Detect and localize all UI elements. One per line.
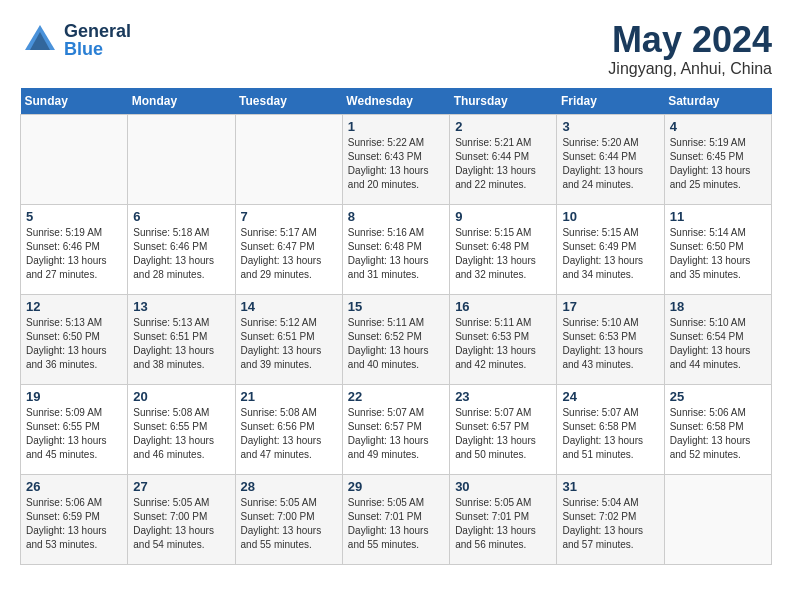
calendar-cell	[235, 114, 342, 204]
day-info: Sunrise: 5:07 AM Sunset: 6:57 PM Dayligh…	[455, 406, 551, 462]
day-info: Sunrise: 5:05 AM Sunset: 7:01 PM Dayligh…	[348, 496, 444, 552]
calendar-cell: 6Sunrise: 5:18 AM Sunset: 6:46 PM Daylig…	[128, 204, 235, 294]
calendar-cell: 1Sunrise: 5:22 AM Sunset: 6:43 PM Daylig…	[342, 114, 449, 204]
weekday-header-row: SundayMondayTuesdayWednesdayThursdayFrid…	[21, 88, 772, 115]
location: Jingyang, Anhui, China	[608, 60, 772, 78]
calendar-week-4: 19Sunrise: 5:09 AM Sunset: 6:55 PM Dayli…	[21, 384, 772, 474]
calendar-cell: 31Sunrise: 5:04 AM Sunset: 7:02 PM Dayli…	[557, 474, 664, 564]
calendar-header: SundayMondayTuesdayWednesdayThursdayFrid…	[21, 88, 772, 115]
calendar-cell: 11Sunrise: 5:14 AM Sunset: 6:50 PM Dayli…	[664, 204, 771, 294]
calendar-cell: 30Sunrise: 5:05 AM Sunset: 7:01 PM Dayli…	[450, 474, 557, 564]
calendar-cell: 12Sunrise: 5:13 AM Sunset: 6:50 PM Dayli…	[21, 294, 128, 384]
day-number: 4	[670, 119, 766, 134]
calendar-cell	[128, 114, 235, 204]
calendar-cell: 26Sunrise: 5:06 AM Sunset: 6:59 PM Dayli…	[21, 474, 128, 564]
calendar-cell: 28Sunrise: 5:05 AM Sunset: 7:00 PM Dayli…	[235, 474, 342, 564]
calendar-cell: 19Sunrise: 5:09 AM Sunset: 6:55 PM Dayli…	[21, 384, 128, 474]
logo-general: General	[64, 22, 131, 40]
page-header: General Blue May 2024 Jingyang, Anhui, C…	[20, 20, 772, 78]
day-info: Sunrise: 5:12 AM Sunset: 6:51 PM Dayligh…	[241, 316, 337, 372]
day-info: Sunrise: 5:07 AM Sunset: 6:57 PM Dayligh…	[348, 406, 444, 462]
day-info: Sunrise: 5:17 AM Sunset: 6:47 PM Dayligh…	[241, 226, 337, 282]
day-info: Sunrise: 5:11 AM Sunset: 6:52 PM Dayligh…	[348, 316, 444, 372]
calendar-week-5: 26Sunrise: 5:06 AM Sunset: 6:59 PM Dayli…	[21, 474, 772, 564]
day-number: 23	[455, 389, 551, 404]
day-number: 6	[133, 209, 229, 224]
day-number: 17	[562, 299, 658, 314]
calendar-cell: 14Sunrise: 5:12 AM Sunset: 6:51 PM Dayli…	[235, 294, 342, 384]
calendar-cell: 17Sunrise: 5:10 AM Sunset: 6:53 PM Dayli…	[557, 294, 664, 384]
day-info: Sunrise: 5:10 AM Sunset: 6:53 PM Dayligh…	[562, 316, 658, 372]
day-number: 27	[133, 479, 229, 494]
day-info: Sunrise: 5:04 AM Sunset: 7:02 PM Dayligh…	[562, 496, 658, 552]
calendar-week-1: 1Sunrise: 5:22 AM Sunset: 6:43 PM Daylig…	[21, 114, 772, 204]
day-number: 15	[348, 299, 444, 314]
calendar-cell: 2Sunrise: 5:21 AM Sunset: 6:44 PM Daylig…	[450, 114, 557, 204]
calendar-cell: 24Sunrise: 5:07 AM Sunset: 6:58 PM Dayli…	[557, 384, 664, 474]
calendar-week-2: 5Sunrise: 5:19 AM Sunset: 6:46 PM Daylig…	[21, 204, 772, 294]
weekday-monday: Monday	[128, 88, 235, 115]
day-info: Sunrise: 5:16 AM Sunset: 6:48 PM Dayligh…	[348, 226, 444, 282]
day-info: Sunrise: 5:18 AM Sunset: 6:46 PM Dayligh…	[133, 226, 229, 282]
day-number: 18	[670, 299, 766, 314]
calendar-cell: 16Sunrise: 5:11 AM Sunset: 6:53 PM Dayli…	[450, 294, 557, 384]
day-number: 25	[670, 389, 766, 404]
calendar-cell: 23Sunrise: 5:07 AM Sunset: 6:57 PM Dayli…	[450, 384, 557, 474]
day-number: 1	[348, 119, 444, 134]
calendar-cell	[664, 474, 771, 564]
day-number: 3	[562, 119, 658, 134]
calendar-week-3: 12Sunrise: 5:13 AM Sunset: 6:50 PM Dayli…	[21, 294, 772, 384]
logo-blue: Blue	[64, 40, 131, 58]
calendar-table: SundayMondayTuesdayWednesdayThursdayFrid…	[20, 88, 772, 565]
calendar-cell: 8Sunrise: 5:16 AM Sunset: 6:48 PM Daylig…	[342, 204, 449, 294]
day-info: Sunrise: 5:05 AM Sunset: 7:00 PM Dayligh…	[241, 496, 337, 552]
weekday-sunday: Sunday	[21, 88, 128, 115]
calendar-cell: 13Sunrise: 5:13 AM Sunset: 6:51 PM Dayli…	[128, 294, 235, 384]
day-number: 10	[562, 209, 658, 224]
day-info: Sunrise: 5:20 AM Sunset: 6:44 PM Dayligh…	[562, 136, 658, 192]
calendar-cell: 25Sunrise: 5:06 AM Sunset: 6:58 PM Dayli…	[664, 384, 771, 474]
day-info: Sunrise: 5:22 AM Sunset: 6:43 PM Dayligh…	[348, 136, 444, 192]
day-number: 29	[348, 479, 444, 494]
day-info: Sunrise: 5:08 AM Sunset: 6:55 PM Dayligh…	[133, 406, 229, 462]
weekday-friday: Friday	[557, 88, 664, 115]
weekday-saturday: Saturday	[664, 88, 771, 115]
calendar-cell: 5Sunrise: 5:19 AM Sunset: 6:46 PM Daylig…	[21, 204, 128, 294]
title-block: May 2024 Jingyang, Anhui, China	[608, 20, 772, 78]
logo-text: General Blue	[64, 22, 131, 58]
calendar-cell: 3Sunrise: 5:20 AM Sunset: 6:44 PM Daylig…	[557, 114, 664, 204]
day-info: Sunrise: 5:19 AM Sunset: 6:45 PM Dayligh…	[670, 136, 766, 192]
calendar-cell: 21Sunrise: 5:08 AM Sunset: 6:56 PM Dayli…	[235, 384, 342, 474]
day-info: Sunrise: 5:14 AM Sunset: 6:50 PM Dayligh…	[670, 226, 766, 282]
day-number: 9	[455, 209, 551, 224]
day-info: Sunrise: 5:07 AM Sunset: 6:58 PM Dayligh…	[562, 406, 658, 462]
day-number: 5	[26, 209, 122, 224]
calendar-cell: 22Sunrise: 5:07 AM Sunset: 6:57 PM Dayli…	[342, 384, 449, 474]
day-number: 11	[670, 209, 766, 224]
calendar-cell: 10Sunrise: 5:15 AM Sunset: 6:49 PM Dayli…	[557, 204, 664, 294]
logo: General Blue	[20, 20, 131, 60]
day-number: 19	[26, 389, 122, 404]
day-number: 7	[241, 209, 337, 224]
day-info: Sunrise: 5:06 AM Sunset: 6:59 PM Dayligh…	[26, 496, 122, 552]
day-number: 21	[241, 389, 337, 404]
day-info: Sunrise: 5:10 AM Sunset: 6:54 PM Dayligh…	[670, 316, 766, 372]
day-number: 14	[241, 299, 337, 314]
day-number: 2	[455, 119, 551, 134]
calendar-cell: 15Sunrise: 5:11 AM Sunset: 6:52 PM Dayli…	[342, 294, 449, 384]
calendar-cell	[21, 114, 128, 204]
day-info: Sunrise: 5:05 AM Sunset: 7:01 PM Dayligh…	[455, 496, 551, 552]
day-number: 26	[26, 479, 122, 494]
day-info: Sunrise: 5:08 AM Sunset: 6:56 PM Dayligh…	[241, 406, 337, 462]
day-number: 28	[241, 479, 337, 494]
day-info: Sunrise: 5:13 AM Sunset: 6:51 PM Dayligh…	[133, 316, 229, 372]
weekday-wednesday: Wednesday	[342, 88, 449, 115]
logo-icon	[20, 20, 60, 60]
day-info: Sunrise: 5:19 AM Sunset: 6:46 PM Dayligh…	[26, 226, 122, 282]
day-number: 22	[348, 389, 444, 404]
calendar-cell: 4Sunrise: 5:19 AM Sunset: 6:45 PM Daylig…	[664, 114, 771, 204]
day-info: Sunrise: 5:15 AM Sunset: 6:48 PM Dayligh…	[455, 226, 551, 282]
day-info: Sunrise: 5:11 AM Sunset: 6:53 PM Dayligh…	[455, 316, 551, 372]
day-info: Sunrise: 5:06 AM Sunset: 6:58 PM Dayligh…	[670, 406, 766, 462]
day-number: 16	[455, 299, 551, 314]
